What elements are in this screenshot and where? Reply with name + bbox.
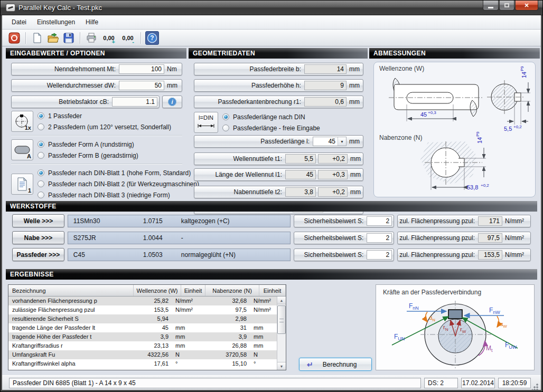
table-row: Umfangskraft Fu 4322,56 N 3720,58 N: [8, 350, 277, 359]
hub-zone-label: Nabenzone (N): [379, 134, 422, 141]
safety-field: Sicherheitsbeiwert S: 2: [294, 232, 394, 244]
result-hub-unit: [250, 314, 277, 323]
menu-item[interactable]: Datei: [6, 16, 32, 28]
table-scrollbar[interactable]: ▲ ▼: [277, 297, 286, 370]
plus-icon: +: [112, 39, 115, 45]
radio-icon[interactable]: [38, 169, 44, 176]
status-date: 17.02.2014: [461, 378, 495, 388]
material-select-button[interactable]: Passfeder >>>: [12, 248, 64, 261]
column-header[interactable]: Bezeichnung: [8, 285, 134, 296]
table-row: zulässige Flächenpressung pzul 153,5 N/m…: [8, 305, 277, 314]
column-header[interactable]: Nabenzone (N): [205, 285, 259, 296]
radio-option[interactable]: Passfederlänge nach DIN: [222, 111, 363, 122]
nenndrehmoment-input[interactable]: 100: [119, 64, 164, 74]
open-file-button[interactable]: [46, 31, 60, 45]
result-shaft-value: 23,13: [125, 341, 172, 350]
maximize-button[interactable]: [499, 1, 514, 11]
chevron-down-icon[interactable]: ▼: [338, 137, 346, 146]
safety-input[interactable]: 2: [367, 233, 392, 243]
radio-label: Passfeder nach DIN-Blatt 2 (für Werkzeug…: [48, 180, 199, 188]
help-icon: ?: [147, 33, 157, 43]
radio-icon[interactable]: [38, 112, 44, 119]
radio-icon[interactable]: [222, 125, 229, 131]
separator: [11, 164, 182, 165]
radio-option[interactable]: Passfeder nach DIN-Blatt 3 (niedrige For…: [38, 189, 199, 200]
wellennuttiefe-tolerance: +0,2: [318, 154, 348, 164]
radio-icon[interactable]: [38, 141, 44, 148]
result-shaft-unit: N/mm²: [172, 305, 196, 314]
pressure-label: zul. Flächenpressung pzul:: [399, 217, 478, 225]
result-shaft-value: 45: [125, 323, 172, 332]
radio-option[interactable]: 1 Passfeder: [38, 110, 182, 121]
radio-option[interactable]: Passfeder Form B (geradstirnig): [38, 150, 182, 161]
menu-item[interactable]: Hilfe: [80, 16, 104, 28]
safety-input[interactable]: 2: [367, 250, 392, 260]
save-button[interactable]: [62, 31, 76, 45]
passfederlaenge-combobox[interactable]: 45 ▼: [313, 137, 347, 146]
info-button[interactable]: i: [162, 95, 182, 108]
print-button[interactable]: [85, 31, 98, 45]
result-shaft-unit: mm: [172, 332, 196, 341]
result-name: Kraftangriffsradius r: [8, 341, 125, 350]
material-select-button[interactable]: Nabe >>>: [12, 231, 64, 244]
help-button[interactable]: ?: [145, 31, 159, 45]
radio-icon[interactable]: [38, 180, 44, 187]
statusbar: Passfeder DIN 6885 (Blatt 1) - A 14 x 9 …: [2, 375, 541, 390]
din-sheet-icon: 1: [11, 174, 33, 195]
result-name: tragende Höhe der Passfeder t: [8, 332, 125, 341]
safety-input[interactable]: 2: [367, 216, 392, 226]
decimals-decrease-button[interactable]: 0,00 -: [119, 31, 136, 45]
radio-option[interactable]: Passfeder nach DIN-Blatt 1 (hohe Form, S…: [38, 167, 199, 178]
svg-text:14: 14: [521, 72, 527, 78]
material-select-button[interactable]: Welle >>>: [12, 214, 64, 227]
minimize-button[interactable]: [483, 1, 499, 11]
radio-icon[interactable]: [38, 123, 44, 130]
radio-icon[interactable]: [222, 113, 229, 120]
calculate-button[interactable]: ↵ Berechnung: [299, 358, 372, 371]
result-shaft-unit: N: [172, 350, 196, 359]
key-count-icon: 1x: [11, 111, 33, 132]
field-passfederlaenge: Passfederlänge l: 45 ▼ mm: [194, 135, 363, 148]
result-shaft-unit: mm: [172, 341, 196, 350]
status-time: 18:20:59: [498, 378, 531, 388]
pressure-field: zul. Flächenpressung pzul: 97,5 N/mm²: [397, 232, 531, 244]
column-header[interactable]: Einheit: [259, 285, 286, 296]
field-unit: mm: [348, 188, 361, 196]
combobox-value[interactable]: 45: [313, 138, 338, 145]
scroll-down-icon[interactable]: ▼: [277, 362, 286, 370]
scroll-up-icon[interactable]: ▲: [277, 297, 286, 304]
material-info: S275JR 1.0044 -: [68, 232, 291, 244]
betriebsfaktor-input[interactable]: 1.1: [112, 97, 157, 107]
field-label: Länge der Wellennut l1:: [196, 171, 285, 178]
open-file-icon: [47, 32, 59, 44]
field-passfederbreite: Passfederbreite b: 14 mm: [194, 63, 363, 75]
maximize-icon: [504, 3, 509, 7]
radio-icon[interactable]: [38, 192, 44, 198]
radio-option[interactable]: Passfederlänge - freie Eingabe: [222, 122, 363, 133]
scrollbar-thumb[interactable]: [277, 305, 286, 334]
radio-icon[interactable]: [38, 152, 44, 159]
radio-option[interactable]: 2 Passfedern (um 120° versetzt, Sonderfa…: [38, 121, 182, 132]
material-row: Nabe >>> S275JR 1.0044 - Sicherheitsbeiw…: [6, 231, 537, 244]
panel-dimensions: ABMESSUNGEN Wellenzone (W): [369, 48, 540, 200]
result-name: vorhandenen Flächenpressung p: [8, 297, 125, 305]
radio-option[interactable]: Passfeder nach DIN-Blatt 2 (für Werkzeug…: [38, 178, 199, 189]
wellennut-laenge-tolerance: +0,3: [318, 170, 348, 179]
column-header[interactable]: Einheit: [181, 285, 205, 296]
close-button[interactable]: ✕: [515, 1, 538, 11]
status-text: Passfeder DIN 6885 (Blatt 1) - A 14 x 9 …: [9, 378, 421, 388]
new-file-button[interactable]: [30, 31, 44, 45]
exit-button[interactable]: [7, 31, 21, 45]
column-header[interactable]: Wellenzone (W): [134, 285, 181, 296]
decimals-increase-button[interactable]: 0,00 +: [100, 31, 117, 45]
menu-item[interactable]: Einstellungen: [32, 16, 80, 28]
svg-text:Mt: Mt: [486, 345, 493, 353]
safety-label: Sicherheitsbeiwert S:: [296, 251, 367, 259]
resize-grip[interactable]: [532, 384, 538, 390]
result-shaft-unit: mm: [172, 323, 196, 332]
wellendurchmesser-input[interactable]: 50: [119, 81, 164, 90]
svg-text:5,5: 5,5: [504, 126, 512, 132]
svg-text:FUW: FUW: [505, 341, 517, 350]
radio-option[interactable]: Passfeder Form A (rundstirnig): [38, 139, 182, 150]
field-label: Passfederhöhe h:: [196, 82, 304, 89]
